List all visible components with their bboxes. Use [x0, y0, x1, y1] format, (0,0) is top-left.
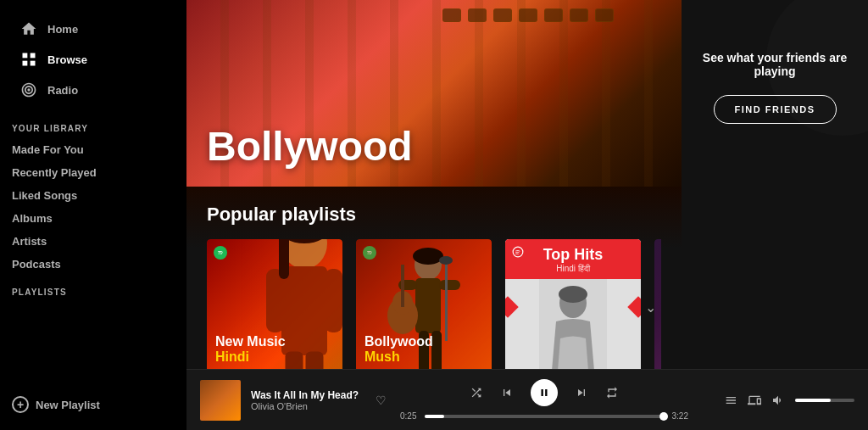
svg-rect-18 — [415, 278, 441, 333]
now-playing-text: Was It All In My Head? Olivia O'Brien — [251, 389, 365, 411]
sidebar-item-made-for-you[interactable]: Made For You — [0, 138, 186, 161]
svg-rect-9 — [325, 269, 342, 332]
time-current: 0:25 — [400, 411, 416, 421]
svg-rect-0 — [23, 53, 28, 59]
playlist-card-mush[interactable]: Bollywood Mush — [356, 239, 492, 369]
radio-icon — [20, 81, 37, 98]
sidebar-item-recently-played[interactable]: Recently Played — [0, 161, 186, 184]
card-label-mush: Bollywood Mush — [364, 334, 483, 365]
pause-button[interactable] — [531, 379, 558, 406]
time-total: 3:22 — [672, 411, 688, 421]
card-inner-mush: Bollywood Mush — [356, 239, 492, 369]
queue-button[interactable] — [724, 394, 737, 407]
new-playlist-button[interactable]: + New Playlist — [12, 391, 175, 418]
top-hits-title: Top Hits — [514, 246, 632, 264]
progress-knob — [659, 412, 668, 421]
top-hits-subtitle: Hindi हिंदी — [514, 264, 632, 274]
content-area: Bollywood Popular playlists — [186, 0, 868, 369]
playlists-label: PLAYLISTS — [0, 276, 186, 302]
svg-point-4 — [27, 88, 30, 91]
now-playing-info: Was It All In My Head? Olivia O'Brien ♡ — [200, 380, 387, 421]
svg-rect-8 — [266, 269, 284, 332]
volume-slider[interactable] — [795, 399, 854, 402]
spotify-icon-top-hits — [512, 246, 524, 261]
film-holes-decoration — [442, 8, 614, 22]
shuffle-button[interactable] — [470, 386, 483, 399]
browse-panel: Bollywood Popular playlists — [186, 0, 682, 369]
svg-rect-3 — [31, 61, 36, 66]
next-button[interactable] — [575, 386, 588, 399]
right-controls — [702, 394, 854, 407]
svg-rect-2 — [23, 61, 28, 66]
sidebar-item-radio[interactable]: Radio — [10, 75, 176, 105]
card-label-hindi: New Music Hindi — [215, 334, 334, 365]
new-playlist-label: New Playlist — [36, 399, 100, 411]
player-controls: 0:25 3:22 — [400, 379, 688, 421]
svg-rect-26 — [445, 256, 448, 341]
now-playing-thumbnail — [200, 380, 241, 421]
right-panel: See what your friends are playing FIND F… — [682, 0, 868, 369]
playlist-card-top-hits[interactable]: Top Hits Hindi हिंदी — [505, 239, 641, 369]
film-hole — [544, 8, 563, 22]
svg-point-27 — [439, 256, 453, 265]
sidebar-item-liked-songs[interactable]: Liked Songs — [0, 184, 186, 207]
playlists-section: Popular playlists — [186, 187, 682, 369]
playlists-wrapper: New Music Hindi — [207, 239, 661, 369]
card-title-hindi-line1: New Music — [215, 334, 334, 349]
main-content: Bollywood Popular playlists — [186, 0, 868, 430]
svg-rect-13 — [279, 239, 289, 279]
radio-label: Radio — [47, 84, 78, 97]
svg-rect-20 — [439, 280, 460, 290]
sidebar-nav: Home Browse Radio — [0, 0, 186, 112]
section-title: Popular playlists — [207, 204, 661, 226]
hero-title: Bollywood — [207, 123, 413, 170]
sidebar-item-albums[interactable]: Albums — [0, 207, 186, 230]
svg-point-31 — [559, 286, 587, 303]
film-hole — [493, 8, 512, 22]
top-hits-header: Top Hits Hindi हिंदी — [505, 239, 641, 279]
progress-bar[interactable] — [425, 415, 663, 418]
now-playing-artist: Olivia O'Brien — [251, 401, 365, 411]
spotify-icon-hindi — [214, 246, 227, 260]
film-hole — [519, 8, 537, 22]
now-playing-bar: Was It All In My Head? Olivia O'Brien ♡ — [186, 369, 868, 430]
repeat-button[interactable] — [605, 386, 619, 399]
volume-button[interactable] — [771, 394, 785, 407]
film-hole — [595, 8, 614, 22]
scroll-down-icon[interactable]: ⌄ — [645, 299, 656, 316]
hero-banner: Bollywood — [186, 0, 682, 187]
card-inner-hindi: New Music Hindi — [207, 239, 342, 369]
browse-label: Browse — [47, 53, 87, 66]
control-buttons — [470, 379, 619, 406]
playlist-grid: New Music Hindi — [207, 239, 661, 369]
playlist-card-hindi[interactable]: New Music Hindi — [207, 239, 342, 369]
home-label: Home — [47, 23, 78, 36]
sidebar-footer: + New Playlist — [0, 379, 186, 430]
browse-icon — [20, 51, 37, 68]
card-inner-top-hits: Top Hits Hindi हिंदी — [505, 239, 641, 369]
plus-icon: + — [12, 396, 29, 413]
like-button[interactable]: ♡ — [376, 394, 387, 407]
sidebar-item-home[interactable]: Home — [10, 14, 176, 44]
prev-button[interactable] — [500, 386, 514, 399]
progress-bar-container: 0:25 3:22 — [400, 411, 688, 421]
svg-rect-1 — [31, 53, 36, 59]
film-hole — [442, 8, 461, 22]
volume-fill — [795, 399, 831, 402]
sidebar-item-browse[interactable]: Browse — [10, 44, 176, 75]
progress-fill — [425, 415, 443, 418]
right-panel-text: See what your friends are playing — [698, 51, 851, 78]
svg-rect-23 — [401, 265, 404, 307]
sidebar-item-podcasts[interactable]: Podcasts — [0, 253, 186, 276]
home-icon — [20, 20, 37, 37]
card-title-mush-line1: Bollywood — [364, 334, 483, 349]
find-friends-button[interactable]: FIND FRIENDS — [714, 95, 837, 124]
sidebar-item-artists[interactable]: Artists — [0, 230, 186, 253]
now-playing-song: Was It All In My Head? — [251, 389, 365, 401]
sidebar: Home Browse Radio YOUR LIBRARY Made For … — [0, 0, 186, 430]
svg-point-17 — [413, 248, 443, 265]
card-title-mush-line2: Mush — [364, 349, 483, 365]
film-hole — [468, 8, 487, 22]
devices-button[interactable] — [748, 394, 761, 407]
film-hole — [570, 8, 588, 22]
